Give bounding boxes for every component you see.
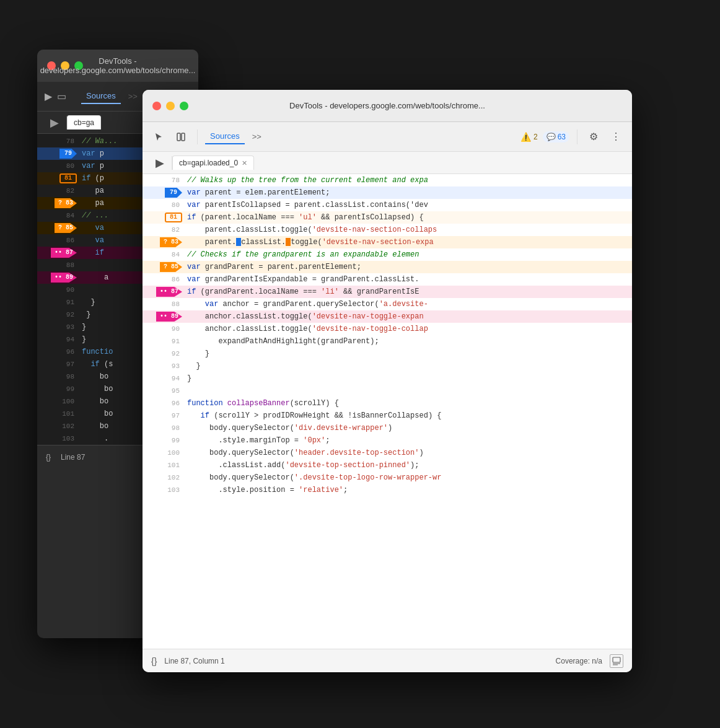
code-line-86-front: 86 var grandParentIsExpandable = grandPa… (143, 273, 632, 286)
bp-79-back: 79 (59, 149, 77, 159)
code-line-91-front: 91 expandPathAndHighlight(grandParent); (143, 335, 632, 348)
code-line-96-front: 96 function collapseBanner(scrollY) { (143, 397, 632, 410)
code-line-90-front: 90 anchor.classList.toggle('devsite-nav-… (143, 323, 632, 335)
console-drawer-icon[interactable] (610, 654, 623, 668)
tab-more-back[interactable]: >> (126, 89, 140, 103)
divider2-front (577, 129, 577, 144)
code-line-83-front: ? 83 parent.classList.toggle('devsite-na… (143, 236, 632, 248)
bp-81-front: 81 (165, 213, 182, 222)
code-line-80-front: 80 var parentIsCollapsed = parent.classL… (143, 199, 632, 211)
code-line-87-front: •• 87 if (grandParent.localName === 'li'… (143, 286, 632, 298)
minimize-button-back[interactable] (61, 61, 69, 70)
svg-rect-0 (177, 133, 180, 141)
close-button-back[interactable] (47, 61, 56, 70)
warning-count-front: 2 (533, 133, 538, 141)
file-tab-back[interactable]: cb=ga (67, 115, 101, 129)
code-line-98-front: 98 body.querySelector('div.devsite-wrapp… (143, 422, 632, 434)
warning-icon-front: ⚠️ (520, 132, 531, 142)
maximize-button-front[interactable] (180, 102, 188, 110)
menu-icon-front[interactable]: ⋮ (607, 128, 625, 146)
code-line-100-front: 100 body.querySelector('header.devsite-t… (143, 447, 632, 459)
code-line-84-front: 84 // Checks if the grandparent is an ex… (143, 248, 632, 261)
close-button-front[interactable] (152, 102, 161, 110)
bp-85-back: ? 85 (55, 223, 77, 233)
code-line-97-front: 97 if (scrollY > prodIDRowHeight && !isB… (143, 410, 632, 422)
tab-sources-back[interactable]: Sources (81, 89, 121, 104)
status-text-back: Line 87 (61, 453, 85, 462)
window-title-front: DevTools - developers.google.com/web/too… (143, 101, 632, 110)
code-line-78-front: 78 // Walks up the tree from the current… (143, 174, 632, 186)
traffic-lights-back (47, 61, 83, 70)
file-tab-name-back: cb=ga (74, 118, 94, 127)
code-line-88-front: 88 var anchor = grandParent.querySelecto… (143, 298, 632, 310)
status-line-col: Line 87, Column 1 (164, 657, 224, 665)
cursor-icon-front[interactable] (150, 128, 167, 146)
chat-icon-front: 💬 (547, 133, 556, 141)
code-line-99-front: 99 .style.marginTop = '0px'; (143, 434, 632, 447)
status-right: Coverage: n/a (556, 654, 623, 668)
code-line-95-front: 95 (143, 385, 632, 397)
toolbar-front: Sources >> ⚠️ 2 💬 63 ⚙ ⋮ (143, 122, 632, 152)
devtools-window-front: DevTools - developers.google.com/web/too… (143, 90, 632, 672)
file-tab-front[interactable]: cb=gapi.loaded_0 ✕ (172, 156, 254, 170)
traffic-lights-front (152, 102, 188, 110)
svg-rect-2 (613, 657, 620, 662)
tab-sources-front[interactable]: Sources (205, 129, 245, 144)
bp-83-back: ? 83 (55, 198, 77, 208)
code-line-94-front: 94 } (143, 372, 632, 385)
warning-badge-front: ⚠️ 2 (520, 132, 538, 142)
file-tab-close-front[interactable]: ✕ (242, 159, 247, 167)
code-line-82-front: 82 parent.classList.toggle('devsite-nav-… (143, 224, 632, 236)
cursor-icon-back[interactable]: ▶ (45, 88, 52, 105)
format-icon-front[interactable]: {} (151, 656, 157, 666)
info-badge-front: 💬 63 (543, 131, 569, 143)
code-line-103-front: 103 .style.position = 'relative'; (143, 484, 632, 496)
layout-icon-back[interactable]: ▭ (57, 88, 66, 105)
code-line-89-front: •• 89 anchor.classList.toggle('devsite-n… (143, 310, 632, 323)
code-container-front[interactable]: 78 // Walks up the tree from the current… (143, 174, 632, 649)
file-tab-name-front: cb=gapi.loaded_0 (179, 159, 238, 167)
bp-81-back: 81 (59, 173, 77, 183)
bp-89-back: •• 89 (51, 273, 77, 283)
bp-87-front: •• 87 (156, 287, 182, 297)
bp-85-front: ? 85 (160, 262, 182, 272)
svg-rect-1 (182, 133, 185, 141)
layout-icon-front[interactable] (172, 128, 190, 146)
bp-87-back: •• 87 (51, 248, 77, 258)
coverage-text: Coverage: n/a (556, 657, 602, 665)
info-count-front: 63 (558, 133, 566, 141)
tab-more-front[interactable]: >> (250, 129, 264, 144)
status-bar-front: {} Line 87, Column 1 Coverage: n/a (143, 649, 632, 672)
code-line-79-front: 79 var parent = elem.parentElement; (143, 186, 632, 199)
code-line-92-front: 92 } (143, 348, 632, 360)
code-line-102-front: 102 body.querySelector('.devsite-top-log… (143, 471, 632, 484)
bp-79-front: 79 (165, 188, 182, 198)
code-line-101-front: 101 .classList.add('devsite-top-section-… (143, 459, 632, 471)
title-bar-back: DevTools - developers.google.com/web/too… (37, 50, 198, 82)
maximize-button-back[interactable] (74, 61, 83, 70)
code-line-85-front: ? 85 var grandParent = parent.parentElem… (143, 261, 632, 273)
code-line-93-front: 93 } (143, 360, 632, 372)
title-bar-front: DevTools - developers.google.com/web/too… (143, 90, 632, 122)
panel-toggle-back[interactable]: ▶ (42, 116, 67, 129)
settings-icon-front[interactable]: ⚙ (585, 128, 602, 146)
status-left: {} Line 87, Column 1 (151, 656, 225, 666)
code-line-81-front: 81 if (parent.localName === 'ul' && pare… (143, 211, 632, 224)
bp-83-front: ? 83 (160, 237, 182, 247)
divider-front (197, 129, 198, 144)
panel-toggle-front[interactable]: ▶ (147, 156, 172, 170)
bp-89-front: •• 89 (156, 312, 182, 322)
format-icon-back[interactable]: {} (46, 453, 51, 462)
file-tabs-front: ▶ cb=gapi.loaded_0 ✕ (143, 152, 632, 174)
minimize-button-front[interactable] (166, 102, 175, 110)
